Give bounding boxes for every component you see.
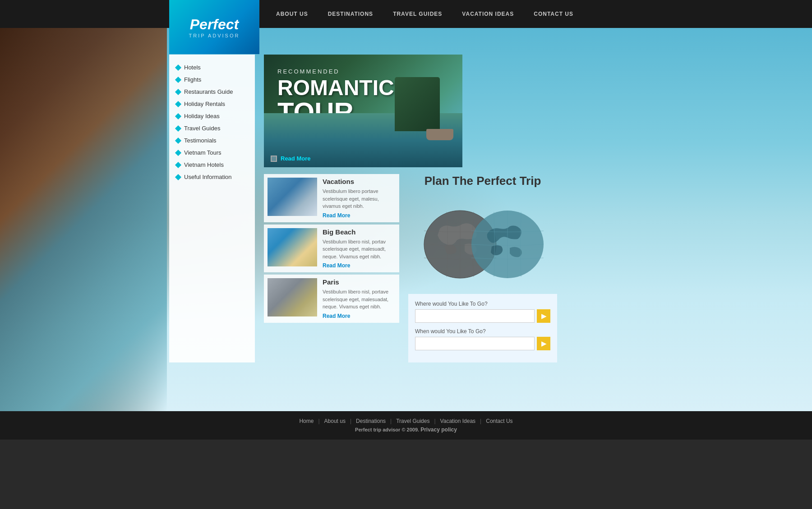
footer-link-vacation-ideas[interactable]: Vacation Ideas — [440, 418, 476, 424]
globe-container — [408, 195, 557, 285]
plan-trip-panel: Plan The Perfect Trip — [408, 174, 557, 362]
where-submit-button[interactable]: ▶ — [537, 309, 550, 323]
form-row-when: ▶ — [415, 337, 550, 350]
article-list: Vacations Vestibulum libero portave scel… — [264, 174, 399, 362]
article-content-vacations: Vacations Vestibulum libero portave scel… — [323, 178, 396, 219]
globe-svg — [420, 195, 546, 285]
sidebar-item-vietnam-tours[interactable]: Vietnam Tours — [169, 147, 255, 159]
banner-boat — [426, 129, 453, 140]
footer-sep: | — [390, 418, 392, 424]
footer-privacy[interactable]: Privacy policy — [420, 426, 457, 433]
article-content-paris: Paris Vestibulum libero nisl, portave sc… — [323, 278, 396, 319]
form-field-where: Where would You Like To Go? ▶ — [415, 301, 550, 323]
footer-sep: | — [480, 418, 481, 424]
form-field-when: When would You Like To Go? ▶ — [415, 328, 550, 350]
nav-item-destinations[interactable]: DESTINATIONS — [318, 0, 383, 28]
main-nav: ABOUT US DESTINATIONS TRAVEL GUIDES VACA… — [266, 0, 583, 28]
logo-text-perfect: Perfect — [190, 16, 239, 33]
article-read-more-beach[interactable]: Read More — [323, 262, 396, 269]
sidebar-item-hotels[interactable]: Hotels — [169, 61, 255, 73]
footer-sep: | — [350, 418, 351, 424]
bullet-icon — [175, 137, 181, 143]
header: Perfect TRIP ADVISOR ABOUT US DESTINATIO… — [0, 0, 812, 28]
article-read-more-paris[interactable]: Read More — [323, 313, 396, 319]
bullet-icon — [175, 64, 181, 70]
footer: Home | About us | Destinations | Travel … — [0, 411, 812, 440]
article-thumb-paris — [268, 278, 317, 316]
article-item-vacations: Vacations Vestibulum libero portave scel… — [264, 174, 399, 222]
footer-link-destinations[interactable]: Destinations — [356, 418, 386, 424]
banner-line1: ROMANTIC — [277, 77, 394, 99]
sidebar-item-flights[interactable]: Flights — [169, 73, 255, 86]
footer-brand: Perfect trip advisor — [355, 427, 400, 432]
footer-link-about[interactable]: About us — [324, 418, 346, 424]
nav-item-about[interactable]: ABOUT US — [266, 0, 318, 28]
article-item-beach: Big Beach Vestibulum libero nisl, portav… — [264, 225, 399, 273]
footer-sep: | — [318, 418, 319, 424]
bullet-icon — [175, 76, 181, 83]
when-input[interactable] — [415, 337, 535, 350]
article-desc: Vestibulum libero nisl, portav scelerisq… — [323, 238, 396, 261]
footer-link-contact[interactable]: Contact Us — [486, 418, 512, 424]
hero-left-image — [0, 28, 167, 411]
banner-recommended: RECOMMENDED — [277, 68, 394, 75]
hero-wrapper: Your personal travel guide Hotels Flight… — [0, 28, 812, 411]
footer-year: © 2009. — [401, 427, 419, 432]
featured-banner: RECOMMENDED ROMANTIC TOUR Read More — [264, 55, 462, 167]
bullet-icon — [175, 161, 181, 168]
nav-item-vacation-ideas[interactable]: VACATION IDEAS — [452, 0, 524, 28]
banner-cliff — [395, 77, 440, 131]
nav-item-contact[interactable]: CONTACT US — [524, 0, 583, 28]
sidebar-item-useful-info[interactable]: Useful Information — [169, 171, 255, 183]
article-content-beach: Big Beach Vestibulum libero nisl, portav… — [323, 228, 396, 269]
sidebar-item-vietnam-hotels[interactable]: Vietnam Hotels — [169, 159, 255, 171]
sidebar-item-holiday-rentals[interactable]: Holiday Rentals — [169, 98, 255, 110]
center-column: RECOMMENDED ROMANTIC TOUR Read More — [264, 55, 812, 362]
bullet-icon — [175, 125, 181, 131]
sidebar: Hotels Flights Restaurants Guide Holiday… — [169, 55, 255, 362]
article-thumb-vacations — [268, 178, 317, 216]
banner-read-more[interactable]: Read More — [271, 155, 310, 162]
when-submit-button[interactable]: ▶ — [537, 337, 550, 350]
nav-item-travel-guides[interactable]: TRAVEL GUIDES — [383, 0, 452, 28]
bullet-icon — [175, 174, 181, 180]
plan-trip-title: Plan The Perfect Trip — [408, 174, 557, 188]
bullet-icon — [175, 113, 181, 119]
footer-link-travel-guides[interactable]: Travel Guides — [396, 418, 429, 424]
article-title: Vacations — [323, 178, 396, 185]
bullet-icon — [175, 149, 181, 156]
trip-form: Where would You Like To Go? ▶ When would… — [408, 294, 557, 362]
article-read-more-vacations[interactable]: Read More — [323, 212, 396, 219]
form-row-where: ▶ — [415, 309, 550, 323]
bullet-icon — [175, 88, 181, 95]
article-title: Paris — [323, 278, 396, 286]
where-label: Where would You Like To Go? — [415, 301, 550, 307]
articles-row: Vacations Vestibulum libero portave scel… — [264, 174, 812, 362]
article-desc: Vestibulum libero portave scelerisque eg… — [323, 188, 396, 210]
when-label: When would You Like To Go? — [415, 328, 550, 335]
article-title: Big Beach — [323, 228, 396, 236]
footer-sep: | — [434, 418, 435, 424]
sidebar-item-restaurants[interactable]: Restaurants Guide — [169, 86, 255, 98]
arrow-icon: ▶ — [541, 340, 546, 347]
article-thumb-beach — [268, 228, 317, 266]
article-item-paris: Paris Vestibulum libero nisl, portave sc… — [264, 275, 399, 323]
arrow-icon: ▶ — [541, 312, 546, 320]
main-content: Hotels Flights Restaurants Guide Holiday… — [169, 46, 812, 362]
where-input[interactable] — [415, 309, 535, 323]
banner-checkbox — [271, 156, 277, 162]
sidebar-item-testimonials[interactable]: Testimonials — [169, 134, 255, 147]
footer-link-home[interactable]: Home — [299, 418, 314, 424]
article-desc: Vestibulum libero nisl, portave sceleris… — [323, 288, 396, 311]
logo-text-sub: TRIP ADVISOR — [189, 33, 240, 38]
sidebar-item-travel-guides[interactable]: Travel Guides — [169, 122, 255, 134]
footer-links: Home | About us | Destinations | Travel … — [0, 418, 812, 424]
footer-copy: Perfect trip advisor © 2009. Privacy pol… — [0, 426, 812, 433]
sidebar-item-holiday-ideas[interactable]: Holiday Ideas — [169, 110, 255, 122]
logo[interactable]: Perfect TRIP ADVISOR — [169, 0, 259, 54]
bullet-icon — [175, 101, 181, 107]
